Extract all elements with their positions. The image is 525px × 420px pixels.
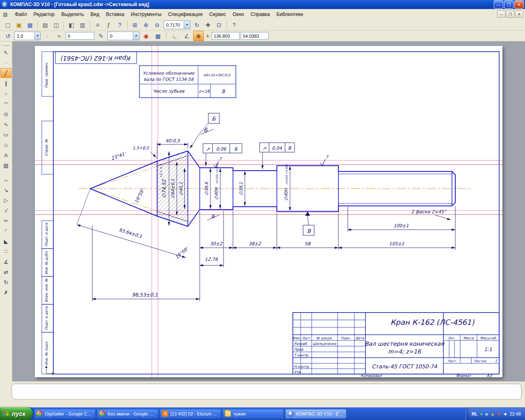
side-label: Подп. и дата [44,222,48,247]
tray-icon-shield[interactable]: ▲ [490,411,495,417]
open-button[interactable]: ▣ [14,20,24,30]
task-digiseller[interactable]: DigiSeller - Google Ch... [34,409,96,419]
angle-combo[interactable]: 0 ▼ [107,32,139,40]
move-tool[interactable]: ⇄ [0,267,11,277]
dimension-tool[interactable]: ↔ [0,175,11,185]
select-tool[interactable]: ↖ [0,48,11,57]
minimize-button[interactable]: — [494,0,503,9]
measure-tool[interactable]: ∡ [0,257,11,267]
tray-icon-antivirus[interactable]: ✚ [497,411,500,417]
menu-view[interactable]: Вид [87,10,103,19]
menu-help[interactable]: Справка [247,10,273,19]
ellipse-tool[interactable]: ⊙ [0,109,11,119]
edit-style-button[interactable]: ✎ [96,31,106,41]
menu-insert[interactable]: Вставка [103,10,128,19]
restore-button[interactable]: ❐ [504,0,514,9]
line-tool[interactable]: ╱ [0,68,11,78]
align-button[interactable]: ≈ [54,31,64,41]
polygon-tool[interactable]: ◇ [0,140,11,150]
language-indicator[interactable]: RL [472,411,478,416]
rotate-tool[interactable]: ↻ [0,277,11,287]
zoom-out-button[interactable]: ⊖ [152,20,162,30]
specification-button[interactable]: ◧ [66,20,77,30]
erase-tool[interactable]: ✗ [0,288,11,297]
preview-button[interactable]: ◫ [51,20,62,30]
snap-point-button[interactable]: ∙ [42,31,52,41]
angle-snap-button[interactable]: ∠ [181,31,192,41]
tray-icon-green[interactable]: ● [480,411,483,417]
close-button[interactable]: ✕ [514,0,524,9]
step-combo[interactable]: 1.0 ▼ [14,32,41,40]
zoom-in-button[interactable]: ⊕ [141,20,151,30]
panel-grip[interactable] [3,43,9,46]
auto-create-button[interactable]: ↺ [2,31,13,41]
show-all-button[interactable]: ⊡ [214,20,224,30]
drawing-canvas[interactable]: Перв. примен. Справ. № Подп. и дата Инв.… [12,41,525,381]
cursor-y-field[interactable] [241,32,269,40]
print-button[interactable]: ▤ [40,20,50,30]
document-sys-icon[interactable]: ▤ [2,11,9,18]
cursor-x-field[interactable] [212,32,240,40]
property-panel[interactable] [11,383,522,399]
menu-tools[interactable]: Инструменты [128,10,165,19]
context-help-button[interactable]: ? [229,20,240,30]
menu-libraries[interactable]: Библиотеки [273,10,306,19]
catalog-button[interactable]: ≡ [92,20,103,30]
array-tool[interactable]: ∷ [0,247,11,256]
side-label: Справ. № [44,139,48,156]
point-tool[interactable]: ∙ [0,58,11,68]
roughness-tool[interactable]: √ [0,205,11,215]
mdi-close-button[interactable]: ✕ [515,11,523,18]
chevron-down-icon[interactable]: ▼ [133,32,139,40]
fillet-tool[interactable]: ◜ [0,226,11,236]
mdi-minimize-button[interactable]: — [497,11,505,18]
tray-icon-kompas[interactable]: ◆ [485,411,488,417]
dim-40: 40-0,5 [165,138,180,144]
clock[interactable]: 22:48 [509,411,521,416]
task-winamp[interactable]: ϟ[13 #02] 02 - Elizium ... [160,409,221,419]
pan-button[interactable]: ✚ [203,20,213,30]
variables-button[interactable]: ƒ [103,20,114,30]
leader-tool[interactable]: ↘ [0,185,11,195]
menu-select[interactable]: Выделить [58,10,87,19]
new-button[interactable]: ▢ [2,20,13,30]
hatch-tool[interactable]: ▨ [0,160,11,170]
rectangle-tool[interactable]: ▭ [0,130,11,139]
datum-tool[interactable]: ▷ [0,195,11,205]
help-button[interactable]: ? [114,20,125,30]
offset-field[interactable] [66,32,94,40]
refresh-button[interactable]: ↻ [192,20,202,30]
ortho-button[interactable]: ∟ [169,31,180,41]
chevron-down-icon[interactable]: ▼ [184,21,190,29]
menu-service[interactable]: Сервис [206,10,229,19]
zoom-combo[interactable]: 0.7170 ▼ [164,21,190,29]
chevron-down-icon[interactable]: ▼ [34,32,40,40]
dim-dia-40h-1-tol: +0,020 +0,003 [215,163,219,184]
start-button[interactable]: пуск [0,407,33,420]
task-folder-chuzhie[interactable]: чужие [222,409,284,419]
parallel-line-tool[interactable]: ∥ [0,78,11,88]
erase-aux-button[interactable]: ◉ [141,31,151,41]
spline-tool[interactable]: ∿ [0,119,11,129]
arc-tool[interactable]: ◠ [0,99,11,109]
local-snap-button[interactable]: ⊕ [193,31,204,41]
grid-button[interactable]: ▦ [153,31,163,41]
tray-icon-volume[interactable]: ◄ [503,411,507,417]
menu-window[interactable]: Окно [229,10,247,19]
menu-editor[interactable]: Редактор [30,10,58,19]
menu-specification[interactable]: Спецификация [165,10,206,19]
dim-chamfer-note: 2 фаски 2×45° [411,209,447,215]
task-kompas[interactable]: KКОМПАС-3D V10 - [Г... [285,409,347,419]
dim-38: 38±2 [249,241,261,247]
text-tool[interactable]: A [0,150,11,160]
save-button[interactable]: ▦ [25,20,35,30]
dim-dia-39-1: ∅39,1 [238,182,243,196]
circle-tool[interactable]: ○ [0,89,11,98]
document-manager-button[interactable]: ▥ [77,20,88,30]
task-chrome-untitled[interactable]: Без имени - Google C... [97,409,158,419]
menu-file[interactable]: Файл [11,10,30,19]
trim-tool[interactable]: ✂ [0,216,11,226]
zoom-frame-button[interactable]: ⊞ [130,20,140,30]
chamfer-tool[interactable]: ◣ [0,236,11,246]
mdi-restore-button[interactable]: ❐ [506,11,514,18]
